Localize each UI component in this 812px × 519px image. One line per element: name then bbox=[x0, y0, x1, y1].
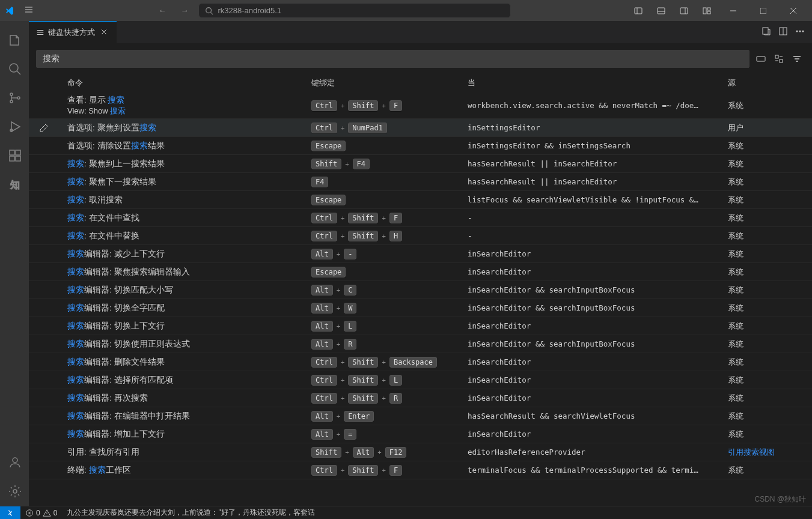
keybinding-row[interactable]: 搜索编辑器: 选择所有匹配项Ctrl+Shift+LinSearchEditor… bbox=[29, 371, 812, 389]
svg-rect-25 bbox=[16, 150, 20, 155]
keybinding-row[interactable]: 搜索: 取消搜索EscapelistFocus && searchViewlet… bbox=[29, 191, 812, 209]
keybinding-row[interactable]: 搜索: 在文件中查找Ctrl+Shift+F-系统 bbox=[29, 209, 812, 227]
header-source[interactable]: 源 bbox=[723, 77, 812, 88]
layout-right-icon[interactable] bbox=[674, 2, 694, 19]
filter-button[interactable] bbox=[789, 51, 805, 67]
keybinding-row[interactable]: 查看: 显示 搜索View: Show 搜索Ctrl+Shift+Fworkbe… bbox=[29, 93, 812, 119]
activity-source-control[interactable] bbox=[0, 83, 29, 112]
keybinding-row[interactable]: 搜索编辑器: 删除文件结果Ctrl+Shift+BackspaceinSearc… bbox=[29, 353, 812, 371]
keybinding-search-input[interactable] bbox=[36, 50, 749, 68]
command-cell: 搜索: 聚焦下一搜索结果 bbox=[59, 177, 311, 187]
split-editor-button[interactable] bbox=[778, 26, 788, 38]
layout-customize-icon[interactable] bbox=[697, 2, 717, 19]
keybinding-cell: Alt+R bbox=[311, 339, 468, 350]
svg-line-35 bbox=[102, 29, 106, 34]
edit-icon[interactable] bbox=[39, 123, 49, 133]
status-problems[interactable]: 0 0 bbox=[20, 509, 62, 517]
svg-point-51 bbox=[26, 509, 33, 516]
command-cell: 搜索编辑器: 切换上下文行 bbox=[59, 321, 311, 332]
sort-precedence-button[interactable] bbox=[771, 51, 787, 67]
command-search-box[interactable]: rk3288-android5.1 bbox=[198, 3, 511, 18]
status-remote-button[interactable] bbox=[0, 506, 20, 520]
command-cell: 引用: 查找所有引用 bbox=[59, 447, 311, 458]
when-cell: inSearchEditor bbox=[468, 267, 723, 276]
keybinding-row[interactable]: 首选项: 清除设置搜索结果EscapeinSettingsEditor && i… bbox=[29, 137, 812, 155]
source-cell: 系统 bbox=[723, 429, 812, 440]
command-cell: 搜索编辑器: 删除文件结果 bbox=[59, 357, 311, 368]
when-cell: editorHasReferenceProvider bbox=[468, 448, 723, 457]
svg-line-16 bbox=[790, 8, 796, 14]
command-cell: 搜索: 取消搜索 bbox=[59, 195, 311, 205]
when-cell: inSearchEditor bbox=[468, 393, 723, 402]
keybinding-row[interactable]: 搜索: 聚焦下一搜索结果F4hasSearchResult || inSearc… bbox=[29, 173, 812, 191]
when-cell: inSearchEditor && searchInputBoxFocus bbox=[468, 303, 723, 312]
keybinding-row[interactable]: 终端: 搜索工作区Ctrl+Shift+FterminalFocus && te… bbox=[29, 461, 812, 479]
keybinding-row[interactable]: 搜索编辑器: 在编辑器中打开结果Alt+EnterhasSearchResult… bbox=[29, 407, 812, 425]
keybinding-cell: Alt+= bbox=[311, 429, 468, 440]
keybinding-row[interactable]: 搜索编辑器: 切换上下文行Alt+LinSearchEditor系统 bbox=[29, 317, 812, 335]
tab-keyboard-shortcuts[interactable]: 键盘快捷方式 bbox=[29, 21, 117, 44]
keybinding-row[interactable]: 搜索编辑器: 切换匹配大小写Alt+CinSearchEditor && sea… bbox=[29, 281, 812, 299]
source-cell: 系统 bbox=[723, 321, 812, 332]
keybinding-row[interactable]: 搜索: 在文件中替换Ctrl+Shift+H-系统 bbox=[29, 227, 812, 245]
more-actions-button[interactable] bbox=[795, 26, 805, 38]
when-cell: inSearchEditor bbox=[468, 429, 723, 439]
command-cell: 搜索编辑器: 再次搜索 bbox=[59, 393, 311, 404]
keybinding-row[interactable]: 引用: 查找所有引用Shift+Alt+F12editorHasReferenc… bbox=[29, 443, 812, 461]
activity-settings[interactable] bbox=[0, 477, 29, 506]
keybinding-row[interactable]: 搜索编辑器: 增加上下文行Alt+=inSearchEditor系统 bbox=[29, 425, 812, 443]
keybindings-table[interactable]: 查看: 显示 搜索View: Show 搜索Ctrl+Shift+Fworkbe… bbox=[29, 93, 812, 506]
layout-bottom-icon[interactable] bbox=[651, 2, 671, 19]
keybinding-row[interactable]: 搜索编辑器: 减少上下文行Alt+-inSearchEditor系统 bbox=[29, 245, 812, 263]
when-cell: hasSearchResult && searchViewletFocus bbox=[468, 411, 723, 420]
keybinding-row[interactable]: 搜索编辑器: 切换使用正则表达式Alt+RinSearchEditor && s… bbox=[29, 335, 812, 353]
keybinding-row[interactable]: 搜索: 聚焦到上一搜索结果Shift+F4hasSearchResult || … bbox=[29, 155, 812, 173]
activity-zhihu[interactable]: 知 bbox=[0, 170, 29, 199]
header-when[interactable]: 当 bbox=[468, 77, 723, 88]
keybinding-cell: Ctrl+Shift+Backspace bbox=[311, 357, 468, 368]
svg-line-17 bbox=[790, 8, 796, 14]
activity-extensions[interactable] bbox=[0, 141, 29, 170]
source-cell: 系统 bbox=[723, 393, 812, 404]
command-cell: 搜索编辑器: 减少上下文行 bbox=[59, 249, 311, 260]
open-json-button[interactable] bbox=[762, 26, 771, 38]
command-cell: 终端: 搜索工作区 bbox=[59, 465, 311, 476]
keybinding-cell: Escape bbox=[311, 141, 468, 151]
keybinding-row[interactable]: 搜索编辑器: 切换全字匹配Alt+WinSearchEditor && sear… bbox=[29, 299, 812, 317]
window-minimize-button[interactable] bbox=[719, 0, 747, 21]
when-cell: inSettingsEditor bbox=[468, 123, 723, 132]
activity-accounts[interactable] bbox=[0, 448, 29, 477]
keybinding-cell: Ctrl+Shift+H bbox=[311, 231, 468, 241]
activity-explorer[interactable] bbox=[0, 26, 29, 55]
header-command[interactable]: 命令 bbox=[59, 77, 311, 88]
keybinding-row[interactable]: 搜索编辑器: 聚焦搜索编辑器输入EscapeinSearchEditor系统 bbox=[29, 263, 812, 281]
source-cell: 系统 bbox=[723, 465, 812, 476]
source-cell: 系统 bbox=[723, 141, 812, 151]
source-cell: 系统 bbox=[723, 231, 812, 241]
window-close-button[interactable] bbox=[780, 0, 807, 21]
source-cell: 系统 bbox=[723, 177, 812, 187]
nav-forward-button[interactable]: → bbox=[176, 4, 194, 17]
svg-rect-27 bbox=[16, 156, 20, 161]
svg-point-21 bbox=[10, 100, 13, 103]
svg-point-40 bbox=[799, 31, 801, 32]
record-keys-button[interactable] bbox=[753, 51, 769, 67]
nav-back-button[interactable]: ← bbox=[154, 4, 171, 17]
keybinding-cell: Ctrl+Shift+F bbox=[311, 213, 468, 223]
keybinding-row[interactable]: 首选项: 聚焦到设置搜索Ctrl+NumPad1inSettingsEditor… bbox=[29, 119, 812, 137]
hamburger-menu-icon[interactable] bbox=[22, 2, 36, 19]
tab-bar: 键盘快捷方式 bbox=[29, 21, 812, 44]
keybinding-row[interactable]: 搜索编辑器: 再次搜索Ctrl+Shift+RinSearchEditor系统 bbox=[29, 389, 812, 407]
activity-search[interactable] bbox=[0, 55, 29, 83]
layout-left-icon[interactable] bbox=[628, 2, 649, 19]
keybinding-cell: Ctrl+Shift+L bbox=[311, 375, 468, 386]
window-maximize-button[interactable] bbox=[749, 0, 777, 21]
source-cell: 系统 bbox=[723, 249, 812, 260]
source-cell: 系统 bbox=[723, 285, 812, 296]
svg-line-4 bbox=[210, 12, 213, 14]
tab-close-button[interactable] bbox=[99, 26, 109, 39]
command-cell: 搜索编辑器: 聚焦搜索编辑器输入 bbox=[59, 267, 311, 278]
header-keybinding[interactable]: 键绑定 bbox=[311, 77, 468, 88]
status-bar: 0 0 九公主发现庆慕岚还要去介绍大刘，上前说道："好了，丹珠还没死呢，客套话 bbox=[0, 506, 812, 519]
activity-run-debug[interactable] bbox=[0, 112, 29, 141]
